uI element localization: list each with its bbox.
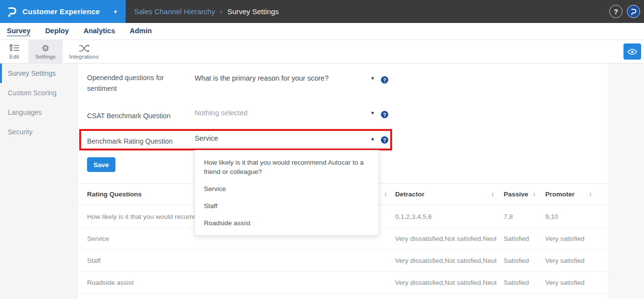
breadcrumb-current: Survey Settings [227, 7, 279, 16]
breadcrumb-separator-icon: › [220, 7, 222, 16]
sort-icon: ▲▼ [533, 192, 536, 197]
settings-content: Openended questions for sentiment What i… [78, 64, 608, 299]
shuffle-icon [78, 44, 90, 53]
sidebar-item-custom-scoring[interactable]: Custom Scoring [0, 83, 78, 103]
brand-logo-icon [7, 6, 18, 18]
tab-analytics[interactable]: Analytics [84, 27, 115, 36]
field-label-openended: Openended questions for sentiment [87, 72, 187, 94]
breadcrumb: Sales Channel Hierarchy › Survey Setting… [126, 0, 644, 23]
settings-sidebar: Survey Settings Custom Scoring Languages… [0, 64, 78, 299]
dropdown-option-staff[interactable]: Staff [195, 197, 378, 214]
csat-benchmark-select[interactable]: Nothing selected ▾ [195, 109, 374, 117]
integrations-button-label: Integrations [69, 54, 99, 60]
help-icon-benchmark-rating[interactable]: ? [381, 136, 388, 144]
top-bar: Customer Experience ▾ Sales Channel Hier… [0, 0, 644, 23]
caret-down-icon: ▾ [371, 109, 374, 116]
select-value: What is the primary reason for your scor… [195, 74, 329, 82]
sidebar-item-security[interactable]: Security [0, 122, 78, 142]
tab-survey[interactable]: Survey [7, 27, 30, 36]
column-header-promoter[interactable]: Promoter ▲▼ [538, 184, 608, 205]
help-button[interactable]: ? [609, 5, 622, 18]
table-row: Staff Very dissatisfied,Not satisfied,Ne… [78, 250, 608, 272]
main-nav: Survey Deploy Analytics Admin [0, 23, 644, 40]
chevron-down-icon: ▾ [114, 8, 117, 15]
tab-admin[interactable]: Admin [130, 27, 152, 36]
eye-icon [627, 48, 637, 55]
benchmark-rating-dropdown: How likely is it that you would recommen… [195, 150, 379, 235]
sort-icon: ▲▼ [589, 192, 592, 197]
dropdown-option-nps[interactable]: How likely is it that you would recommen… [195, 154, 378, 180]
integrations-button[interactable]: Integrations [63, 40, 106, 63]
field-label-csat: CSAT Benchmark Question [87, 110, 187, 121]
pencil-lines-icon [8, 44, 20, 53]
save-button[interactable]: Save [87, 157, 115, 172]
avatar-logo-icon [630, 8, 637, 16]
workspace-name: Customer Experience [22, 7, 100, 16]
edit-button[interactable]: Edit [0, 40, 28, 63]
help-icon-csat[interactable]: ? [381, 111, 388, 118]
caret-down-icon: ▾ [371, 75, 374, 82]
select-placeholder: Nothing selected [195, 109, 247, 117]
help-icon-openended[interactable]: ? [381, 76, 388, 84]
table-row: Roadside assist Very dissatisfied,Not sa… [78, 272, 608, 294]
dropdown-option-roadside[interactable]: Roadside assist [195, 214, 378, 232]
sidebar-item-survey-settings[interactable]: Survey Settings [0, 64, 78, 83]
field-label-benchmark-rating: Benchmark Rating Question [87, 136, 187, 147]
openended-question-select[interactable]: What is the primary reason for your scor… [195, 74, 374, 82]
settings-button-label: Settings [35, 54, 56, 60]
settings-button[interactable]: ⚙ Settings [28, 40, 63, 63]
gear-icon: ⚙ [42, 44, 49, 53]
select-value: Service [195, 134, 218, 142]
account-avatar[interactable] [627, 5, 640, 18]
dropdown-option-service[interactable]: Service [195, 180, 378, 197]
benchmark-rating-select[interactable]: Service ▴ [195, 134, 374, 142]
sidebar-item-languages[interactable]: Languages [0, 103, 78, 122]
edit-button-label: Edit [9, 54, 19, 60]
sort-icon: ▲▼ [384, 192, 387, 197]
workspace-switcher[interactable]: Customer Experience ▾ [0, 0, 126, 23]
column-header-passive[interactable]: Passive ▲▼ [496, 184, 538, 205]
column-header-detractor[interactable]: Detractor ▲▼ [391, 184, 496, 205]
survey-toolbar: Edit ⚙ Settings Integrations [0, 40, 644, 64]
sort-icon: ▲▼ [491, 192, 494, 197]
breadcrumb-parent-link[interactable]: Sales Channel Hierarchy [134, 7, 215, 16]
tab-deploy[interactable]: Deploy [45, 27, 68, 36]
caret-up-icon: ▴ [371, 135, 374, 142]
preview-button[interactable] [623, 43, 641, 60]
